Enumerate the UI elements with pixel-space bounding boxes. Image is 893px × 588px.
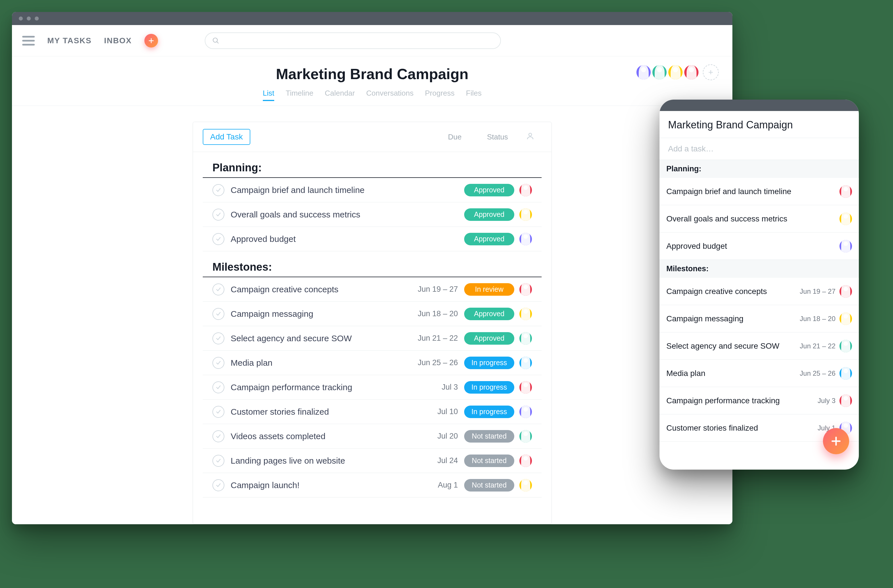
- assignee-avatar[interactable]: [519, 357, 532, 369]
- assignee-avatar[interactable]: [519, 184, 532, 196]
- mobile-task-name: Campaign performance tracking: [666, 396, 818, 405]
- mobile-task-row[interactable]: Media planJun 25 – 26: [660, 360, 859, 387]
- tab-list[interactable]: List: [263, 89, 274, 101]
- complete-checkbox[interactable]: [212, 332, 224, 344]
- menu-icon[interactable]: [22, 36, 35, 45]
- status-pill[interactable]: In progress: [464, 381, 514, 394]
- mobile-task-row[interactable]: Approved budget: [660, 232, 859, 260]
- task-row[interactable]: Campaign launch!Aug 1Not started: [203, 473, 541, 498]
- mobile-task-name: Campaign messaging: [666, 314, 800, 323]
- assignee-avatar[interactable]: [839, 312, 852, 325]
- mobile-task-name: Approved budget: [666, 242, 839, 251]
- assignee-avatar[interactable]: [839, 240, 852, 252]
- status-pill[interactable]: Approved: [464, 184, 514, 196]
- task-row[interactable]: Campaign messagingJun 18 – 20Approved: [203, 302, 541, 326]
- tab-calendar[interactable]: Calendar: [325, 89, 355, 101]
- assignee-avatar[interactable]: [839, 394, 852, 407]
- window-dot: [19, 16, 23, 21]
- assignee-avatar[interactable]: [839, 340, 852, 352]
- status-pill[interactable]: In progress: [464, 357, 514, 369]
- complete-checkbox[interactable]: [212, 357, 224, 369]
- assignee-avatar[interactable]: [519, 430, 532, 442]
- status-pill[interactable]: Not started: [464, 479, 514, 492]
- status-pill[interactable]: In progress: [464, 406, 514, 418]
- assignee-avatar[interactable]: [519, 308, 532, 320]
- task-row[interactable]: Campaign brief and launch timelineApprov…: [203, 178, 541, 202]
- status-pill[interactable]: Not started: [464, 430, 514, 442]
- assignee-avatar[interactable]: [839, 213, 852, 225]
- plus-icon: [148, 38, 154, 44]
- mobile-task-row[interactable]: Campaign brief and launch timeline: [660, 178, 859, 205]
- search-field[interactable]: [205, 33, 501, 49]
- task-row[interactable]: Videos assets completedJul 20Not started: [203, 424, 541, 448]
- task-row[interactable]: Campaign creative conceptsJun 19 – 27In …: [203, 277, 541, 302]
- project-title: Marketing Brand Campaign: [276, 66, 468, 82]
- tab-files[interactable]: Files: [466, 89, 481, 101]
- complete-checkbox[interactable]: [212, 184, 224, 196]
- task-row[interactable]: Customer stories finalizedJul 10In progr…: [203, 400, 541, 424]
- task-row[interactable]: Landing pages live on websiteJul 24Not s…: [203, 448, 541, 473]
- task-due: Jun 18 – 20: [407, 309, 464, 318]
- complete-checkbox[interactable]: [212, 455, 224, 467]
- mobile-task-due: Jun 19 – 27: [800, 288, 836, 296]
- mobile-task-name: Customer stories finalized: [666, 423, 818, 433]
- task-row[interactable]: Approved budgetApproved: [203, 227, 541, 251]
- status-pill[interactable]: Approved: [464, 308, 514, 320]
- section-title: Milestones:: [203, 258, 541, 277]
- status-pill[interactable]: In review: [464, 283, 514, 296]
- mobile-task-due: Jun 18 – 20: [800, 315, 836, 323]
- mobile-fab[interactable]: [823, 428, 849, 454]
- list-header-row: Add Task Due Status: [193, 122, 551, 152]
- member-avatar[interactable]: [651, 64, 667, 80]
- complete-checkbox[interactable]: [212, 284, 224, 296]
- task-row[interactable]: Select agency and secure SOWJun 21 – 22A…: [203, 326, 541, 351]
- assignee-avatar[interactable]: [519, 208, 532, 221]
- complete-checkbox[interactable]: [212, 430, 224, 442]
- tab-progress[interactable]: Progress: [425, 89, 454, 101]
- member-avatar[interactable]: [636, 64, 651, 80]
- complete-checkbox[interactable]: [212, 233, 224, 245]
- member-avatar[interactable]: [667, 64, 683, 80]
- assignee-avatar[interactable]: [519, 332, 532, 345]
- nav-my-tasks[interactable]: MY TASKS: [47, 36, 92, 45]
- status-pill[interactable]: Not started: [464, 454, 514, 467]
- assignee-avatar[interactable]: [519, 381, 532, 394]
- search-input[interactable]: [224, 36, 493, 45]
- status-pill[interactable]: Approved: [464, 233, 514, 245]
- assignee-avatar[interactable]: [519, 479, 532, 492]
- task-name: Select agency and secure SOW: [231, 333, 407, 343]
- status-pill[interactable]: Approved: [464, 208, 514, 221]
- add-member-button[interactable]: +: [703, 64, 719, 80]
- quick-add-button[interactable]: [144, 34, 158, 48]
- member-avatar[interactable]: [683, 64, 699, 80]
- complete-checkbox[interactable]: [212, 479, 224, 491]
- complete-checkbox[interactable]: [212, 308, 224, 320]
- task-row[interactable]: Campaign performance trackingJul 3In pro…: [203, 375, 541, 400]
- assignee-avatar[interactable]: [519, 283, 532, 296]
- assignee-avatar[interactable]: [839, 185, 852, 198]
- task-row[interactable]: Overall goals and success metricsApprove…: [203, 202, 541, 227]
- assignee-avatar[interactable]: [839, 367, 852, 380]
- assignee-avatar[interactable]: [519, 233, 532, 245]
- task-name: Approved budget: [231, 234, 407, 244]
- mobile-task-row[interactable]: Campaign messagingJun 18 – 20: [660, 305, 859, 332]
- tab-conversations[interactable]: Conversations: [366, 89, 413, 101]
- mobile-task-row[interactable]: Campaign performance trackingJuly 3: [660, 387, 859, 414]
- status-pill[interactable]: Approved: [464, 332, 514, 345]
- complete-checkbox[interactable]: [212, 381, 224, 393]
- mobile-task-row[interactable]: Campaign creative conceptsJun 19 – 27: [660, 278, 859, 305]
- task-row[interactable]: Media planJun 25 – 26In progress: [203, 351, 541, 375]
- assignee-avatar[interactable]: [519, 454, 532, 467]
- assignee-avatar[interactable]: [839, 285, 852, 298]
- complete-checkbox[interactable]: [212, 406, 224, 418]
- add-task-button[interactable]: Add Task: [203, 129, 250, 145]
- mobile-task-row[interactable]: Overall goals and success metrics: [660, 205, 859, 232]
- nav-inbox[interactable]: INBOX: [104, 36, 132, 45]
- task-due: Jun 19 – 27: [407, 285, 464, 294]
- mobile-task-row[interactable]: Select agency and secure SOWJun 21 – 22: [660, 332, 859, 360]
- mobile-add-task[interactable]: Add a task…: [660, 138, 859, 160]
- task-name: Campaign performance tracking: [231, 382, 407, 392]
- tab-timeline[interactable]: Timeline: [286, 89, 313, 101]
- assignee-avatar[interactable]: [519, 406, 532, 418]
- complete-checkbox[interactable]: [212, 208, 224, 220]
